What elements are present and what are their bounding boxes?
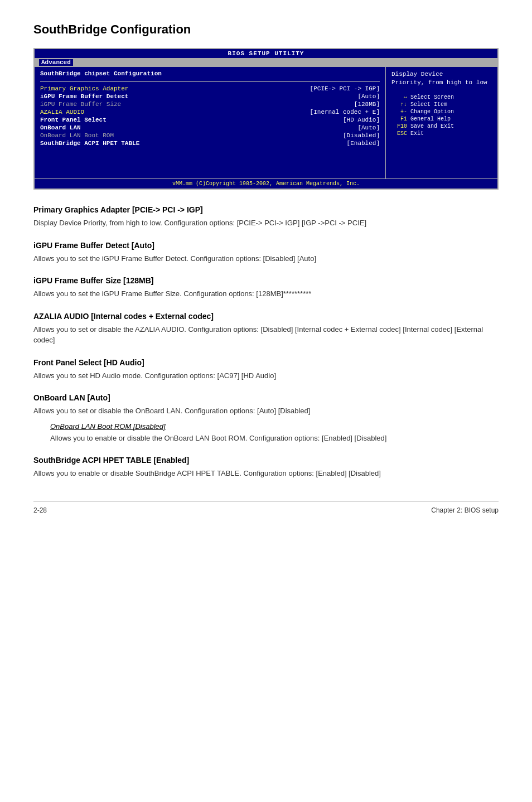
bios-row: Front Panel Select[HD Audio] <box>40 117 380 123</box>
bios-row-label: SouthBridge ACPI HPET TABLE <box>40 140 139 147</box>
bios-key: ESC <box>391 131 407 137</box>
bios-row: iGPU Frame Buffer Detect[Auto] <box>40 93 380 100</box>
section-heading: OnBoard LAN [Auto] <box>33 393 499 402</box>
section-heading: Front Panel Select [HD Audio] <box>33 358 499 367</box>
bios-key: ↔ <box>391 94 407 100</box>
bios-row-label: iGPU Frame Buffer Size <box>40 101 121 108</box>
bios-key-desc: Select Item <box>410 102 447 108</box>
bios-row-label: AZALIA AUDIO <box>40 109 84 115</box>
section-heading: SouthBridge ACPI HPET TABLE [Enabled] <box>33 456 499 465</box>
bios-help-text: Display Device Priority, from high to lo… <box>391 70 492 88</box>
bios-key-row: ESCExit <box>391 131 492 137</box>
section-azalia: AZALIA AUDIO [Internal codes + External … <box>33 312 499 346</box>
bios-footer: vMM.mm (C)Copyright 1985-2002, American … <box>35 178 497 189</box>
section-body: Allows you to set or disable the AZALIA … <box>33 324 499 346</box>
bios-row: Primary Graphics Adapter[PCIE-> PCI -> I… <box>40 85 380 92</box>
bios-screen: BIOS SETUP UTILITY Advanced SouthBridge … <box>33 48 499 190</box>
page-footer: 2-28 Chapter 2: BIOS setup <box>33 501 499 514</box>
sections-container: Primary Graphics Adapter [PCIE-> PCI -> … <box>33 205 499 479</box>
bios-row: iGPU Frame Buffer Size[128MB] <box>40 101 380 108</box>
bios-row-label: iGPU Frame Buffer Detect <box>40 93 128 100</box>
section-igpu-size: iGPU Frame Buffer Size [128MB]Allows you… <box>33 276 499 299</box>
section-front-panel: Front Panel Select [HD Audio]Allows you … <box>33 358 499 381</box>
bios-row-label: Front Panel Select <box>40 117 107 123</box>
bios-key-desc: Change Option <box>410 109 454 115</box>
bios-right-panel: Display Device Priority, from high to lo… <box>386 67 497 178</box>
bios-key-row: ↑↓Select Item <box>391 102 492 108</box>
section-heading: AZALIA AUDIO [Internal codes + External … <box>33 312 499 321</box>
bios-row-value: [PCIE-> PCI -> IGP] <box>310 85 380 92</box>
bios-row: OnBoard LAN[Auto] <box>40 124 380 131</box>
sub-section-heading: OnBoard LAN Boot ROM [Disabled] <box>50 422 499 431</box>
bios-row-value: [128MB] <box>354 101 380 108</box>
bios-row: OnBoard LAN Boot ROM[Disabled] <box>40 132 380 139</box>
bios-keys: ↔Select Screen↑↓Select Item+-Change Opti… <box>391 94 492 137</box>
bios-menu-bar: Advanced <box>35 58 497 67</box>
bios-help-title: Display Device <box>391 71 443 78</box>
bios-key-desc: General Help <box>410 116 451 122</box>
bios-row-value: [Inernal codec + E] <box>310 109 380 115</box>
bios-row-value: [Auto] <box>357 93 380 100</box>
bios-section-title: SouthBridge chipset Configuration <box>40 70 380 77</box>
bios-key-row: +-Change Option <box>391 109 492 115</box>
bios-row-value: [Disabled] <box>343 132 380 139</box>
bios-content: SouthBridge chipset Configuration Primar… <box>35 67 497 178</box>
footer-left: 2-28 <box>33 506 47 514</box>
section-igpu-detect: iGPU Frame Buffer Detect [Auto]Allows yo… <box>33 241 499 264</box>
bios-row-value: [Auto] <box>357 124 380 131</box>
bios-key: ↑↓ <box>391 102 407 108</box>
section-southbridge-acpi: SouthBridge ACPI HPET TABLE [Enabled]All… <box>33 456 499 479</box>
bios-row-label: Primary Graphics Adapter <box>40 85 128 92</box>
bios-key: F1 <box>391 116 407 122</box>
bios-rows: Primary Graphics Adapter[PCIE-> PCI -> I… <box>40 85 380 147</box>
bios-row-label: OnBoard LAN <box>40 124 81 131</box>
footer-right: Chapter 2: BIOS setup <box>431 506 499 514</box>
section-body: Allows you to enable or disable SouthBri… <box>33 468 499 479</box>
bios-row-value: [HD Audio] <box>343 117 380 123</box>
section-body: Display Device Priority, from high to lo… <box>33 218 499 229</box>
bios-left-panel: SouthBridge chipset Configuration Primar… <box>35 67 386 178</box>
bios-key-desc: Exit <box>410 131 424 137</box>
page-title: SouthBridge Configuration <box>33 22 499 37</box>
section-primary-graphics: Primary Graphics Adapter [PCIE-> PCI -> … <box>33 205 499 229</box>
section-heading: iGPU Frame Buffer Size [128MB] <box>33 276 499 285</box>
bios-key-row: F10Save and Exit <box>391 123 492 129</box>
bios-key-row: ↔Select Screen <box>391 94 492 100</box>
section-body: Allows you to set HD Audio mode. Configu… <box>33 370 499 381</box>
bios-key-desc: Save and Exit <box>410 123 454 129</box>
bios-row: AZALIA AUDIO[Inernal codec + E] <box>40 109 380 115</box>
section-onboard-lan: OnBoard LAN [Auto]Allows you to set or d… <box>33 393 499 443</box>
bios-key-desc: Select Screen <box>410 94 454 100</box>
bios-help-body: Priority, from high to low <box>391 79 487 86</box>
bios-menu-active: Advanced <box>39 59 73 66</box>
section-heading: Primary Graphics Adapter [PCIE-> PCI -> … <box>33 205 499 214</box>
section-body: Allows you to set or disable the OnBoard… <box>33 405 499 417</box>
bios-key-row: F1General Help <box>391 116 492 122</box>
bios-key: F10 <box>391 123 407 129</box>
bios-row: SouthBridge ACPI HPET TABLE[Enabled] <box>40 140 380 147</box>
section-body: Allows you to set the iGPU Frame Buffer … <box>33 253 499 264</box>
section-body: Allows you to set the iGPU Frame Buffer … <box>33 288 499 299</box>
sub-section: OnBoard LAN Boot ROM [Disabled]Allows yo… <box>50 422 499 444</box>
section-heading: iGPU Frame Buffer Detect [Auto] <box>33 241 499 250</box>
bios-key: +- <box>391 109 407 115</box>
sub-section-body: Allows you to enable or disable the OnBo… <box>50 433 499 444</box>
bios-row-value: [Enabled] <box>347 140 380 147</box>
bios-row-label: OnBoard LAN Boot ROM <box>40 132 114 139</box>
bios-top-bar: BIOS SETUP UTILITY <box>35 49 497 58</box>
